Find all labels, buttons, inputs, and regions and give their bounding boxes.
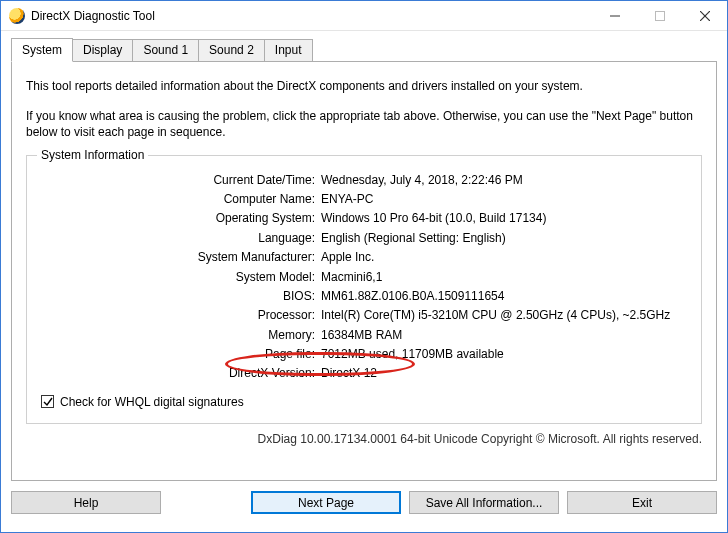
sysinfo-value: Intel(R) Core(TM) i5-3210M CPU @ 2.50GHz… [321,307,687,324]
sysinfo-label: System Manufacturer: [41,249,321,266]
window-title: DirectX Diagnostic Tool [31,9,155,23]
sysinfo-value: Windows 10 Pro 64-bit (10.0, Build 17134… [321,210,687,227]
sysinfo-label: Processor: [41,307,321,324]
svg-rect-1 [655,11,664,20]
sysinfo-value: DirectX 12 [321,365,687,382]
tab-strip: SystemDisplaySound 1Sound 2Input [11,39,717,62]
sysinfo-row: Computer Name:ENYA-PC [41,191,687,208]
tab-input[interactable]: Input [264,39,313,62]
sysinfo-value: MM61.88Z.0106.B0A.1509111654 [321,288,687,305]
sysinfo-row: BIOS:MM61.88Z.0106.B0A.1509111654 [41,288,687,305]
minimize-icon [610,11,620,21]
sysinfo-row: System Manufacturer:Apple Inc. [41,249,687,266]
intro-line-2: If you know what area is causing the pro… [26,108,702,140]
sysinfo-row: Operating System:Windows 10 Pro 64-bit (… [41,210,687,227]
close-icon [700,11,710,21]
sysinfo-value: Apple Inc. [321,249,687,266]
sysinfo-row: DirectX Version:DirectX 12 [41,365,687,382]
sysinfo-label: Operating System: [41,210,321,227]
exit-button[interactable]: Exit [567,491,717,514]
close-button[interactable] [682,1,727,31]
intro-line-1: This tool reports detailed information a… [26,78,702,94]
sysinfo-row: Memory:16384MB RAM [41,327,687,344]
tab-panel-system: This tool reports detailed information a… [11,61,717,481]
tab-system[interactable]: System [11,38,73,62]
sysinfo-label: Language: [41,230,321,247]
sysinfo-value: English (Regional Setting: English) [321,230,687,247]
sysinfo-label: System Model: [41,269,321,286]
sysinfo-row: Processor:Intel(R) Core(TM) i5-3210M CPU… [41,307,687,324]
tab-sound-2[interactable]: Sound 2 [198,39,265,62]
help-button[interactable]: Help [11,491,161,514]
maximize-button [637,1,682,31]
sysinfo-row: Current Date/Time:Wednesday, July 4, 201… [41,172,687,189]
sysinfo-label: Page file: [41,346,321,363]
maximize-icon [655,11,665,21]
sysinfo-label: Memory: [41,327,321,344]
tab-display[interactable]: Display [72,39,133,62]
checkmark-icon [43,397,53,407]
sysinfo-label: BIOS: [41,288,321,305]
tab-sound-1[interactable]: Sound 1 [132,39,199,62]
sysinfo-value: 7012MB used, 11709MB available [321,346,687,363]
sysinfo-label: Computer Name: [41,191,321,208]
titlebar: DirectX Diagnostic Tool [1,1,727,31]
sysinfo-row: Language:English (Regional Setting: Engl… [41,230,687,247]
whql-checkbox[interactable] [41,395,54,408]
button-bar: Help Next Page Save All Information... E… [11,491,717,514]
sysinfo-value: ENYA-PC [321,191,687,208]
save-all-button[interactable]: Save All Information... [409,491,559,514]
groupbox-legend: System Information [37,148,148,162]
sysinfo-label: Current Date/Time: [41,172,321,189]
sysinfo-value: 16384MB RAM [321,327,687,344]
sysinfo-value: Macmini6,1 [321,269,687,286]
sysinfo-row: System Model:Macmini6,1 [41,269,687,286]
sysinfo-row: Page file:7012MB used, 11709MB available [41,346,687,363]
copyright-line: DxDiag 10.00.17134.0001 64-bit Unicode C… [26,432,702,446]
sysinfo-label: DirectX Version: [41,365,321,382]
app-icon [9,8,25,24]
sysinfo-value: Wednesday, July 4, 2018, 2:22:46 PM [321,172,687,189]
minimize-button[interactable] [592,1,637,31]
next-page-button[interactable]: Next Page [251,491,401,514]
system-information-group: System Information Current Date/Time:Wed… [26,155,702,424]
whql-label: Check for WHQL digital signatures [60,395,244,409]
